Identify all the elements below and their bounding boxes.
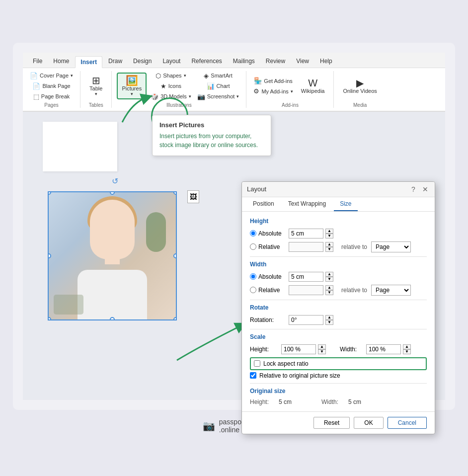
dialog-controls: ? ✕ [409, 185, 430, 194]
width-relative-to-select[interactable]: Page [371, 285, 411, 296]
cancel-button[interactable]: Cancel [388, 417, 427, 429]
height-spinner: ▲ ▼ [325, 229, 333, 238]
ribbon-tabs: File Home Insert Draw Design Layout Refe… [23, 53, 445, 68]
tables-items: ⊞ Table ▾ [85, 71, 106, 101]
scale-height-spin-up[interactable]: ▲ [318, 344, 326, 349]
chart-button[interactable]: 📊 Chart [195, 81, 241, 91]
screenshot-button[interactable]: 📷 Screenshot ▾ [195, 92, 241, 101]
tab-draw[interactable]: Draw [103, 56, 127, 68]
addins-label: Add-ins [282, 102, 299, 108]
height-rel-spinner: ▲ ▼ [325, 242, 333, 252]
tab-home[interactable]: Home [48, 56, 74, 68]
ok-button[interactable]: OK [354, 417, 383, 429]
rotate-handle[interactable]: ↺ [112, 176, 118, 186]
width-relative-row: Relative ▲ ▼ relative to Page [250, 285, 427, 296]
rotation-row: Rotation: ▲ ▼ [250, 315, 427, 325]
height-relative-input[interactable] [289, 242, 323, 252]
bg-plant [146, 212, 166, 252]
dialog-tab-size[interactable]: Size [334, 197, 357, 211]
rotation-spinner: ▲ ▼ [325, 315, 333, 325]
width-rel-spin-up[interactable]: ▲ [325, 285, 333, 290]
dialog-tab-position[interactable]: Position [247, 197, 280, 211]
dialog-tab-text-wrapping[interactable]: Text Wrapping [282, 197, 332, 211]
width-relative-radio[interactable] [250, 287, 256, 293]
height-absolute-radio[interactable] [250, 230, 256, 237]
reset-button[interactable]: Reset [313, 417, 350, 429]
tab-references[interactable]: References [186, 56, 227, 68]
tab-help[interactable]: Help [315, 56, 337, 68]
orig-width-label: Width: [321, 398, 338, 405]
width-absolute-radio[interactable] [250, 273, 256, 280]
insert-pictures-tooltip: Insert Pictures Insert pictures from you… [152, 115, 271, 156]
height-rel-spin-down[interactable]: ▼ [325, 247, 333, 252]
person-face [90, 200, 135, 259]
wikipedia-button[interactable]: W Wikipedia [297, 76, 329, 96]
rotate-section-label: Rotate [250, 304, 427, 311]
height-spin-down[interactable]: ▼ [325, 234, 333, 238]
lower-area: ↺ [23, 181, 445, 400]
document-page-stub [43, 122, 117, 171]
handle-mid-right[interactable] [173, 253, 177, 258]
pages-items: 📄 Cover Page ▾ 📄 Blank Page ⬚ Page Break [28, 71, 75, 101]
scale-width-spin-up[interactable]: ▲ [403, 344, 411, 349]
height-relative-to-select[interactable]: Page [371, 241, 411, 252]
width-relative-input[interactable] [289, 285, 323, 295]
height-relative-radio[interactable] [250, 243, 256, 250]
tab-design[interactable]: Design [128, 56, 156, 68]
tab-mailings[interactable]: Mailings [228, 56, 260, 68]
tab-layout[interactable]: Layout [157, 56, 185, 68]
height-absolute-input[interactable] [289, 229, 323, 238]
width-absolute-radio-label[interactable]: Absolute [250, 273, 285, 280]
width-spin-up[interactable]: ▲ [325, 272, 333, 277]
scale-height-spin-down[interactable]: ▼ [318, 349, 326, 354]
lock-aspect-ratio-checkbox[interactable] [254, 360, 260, 367]
height-relative-radio-label[interactable]: Relative [250, 243, 285, 250]
tab-insert[interactable]: Insert [75, 56, 102, 68]
illustrations-label: Illustrations [166, 102, 192, 108]
scale-width-spin-down[interactable]: ▼ [403, 349, 411, 354]
ribbon-group-media: ▶ Online Videos Media [339, 71, 386, 108]
scale-height-label: Height: [250, 346, 277, 353]
table-button[interactable]: ⊞ Table ▾ [85, 74, 106, 98]
rotation-spin-down[interactable]: ▼ [325, 320, 333, 325]
rotation-input[interactable] [289, 315, 323, 325]
divider-3 [250, 329, 427, 329]
ribbon-content: 📄 Cover Page ▾ 📄 Blank Page ⬚ Page Break [23, 68, 445, 111]
blank-page-button[interactable]: 📄 Blank Page [28, 81, 75, 91]
tab-file[interactable]: File [28, 56, 47, 68]
cover-page-button[interactable]: 📄 Cover Page ▾ [28, 71, 75, 80]
photo-frame [48, 191, 177, 320]
rotation-spin-up[interactable]: ▲ [325, 315, 333, 320]
height-spin-up[interactable]: ▲ [325, 229, 333, 234]
person-neck [105, 252, 120, 264]
tab-review[interactable]: Review [261, 56, 290, 68]
dialog-close-button[interactable]: ✕ [421, 185, 430, 194]
width-relative-radio-label[interactable]: Relative [250, 287, 285, 294]
scale-width-input[interactable] [366, 344, 401, 354]
dialog-help-button[interactable]: ? [409, 185, 418, 194]
picture-layout-icon[interactable]: 🖼 [187, 190, 199, 203]
handle-top-right[interactable] [173, 191, 177, 195]
handle-bottom-center[interactable] [110, 317, 115, 320]
height-rel-spin-up[interactable]: ▲ [325, 242, 333, 247]
height-absolute-radio-label[interactable]: Absolute [250, 230, 285, 237]
get-addins-button[interactable]: 🏪 Get Add-ins [251, 76, 295, 85]
height-relative-row: Relative ▲ ▼ relative to Page [250, 241, 427, 252]
page-break-button[interactable]: ⬚ Page Break [28, 92, 75, 101]
smartart-button[interactable]: ◈ SmartArt [195, 71, 241, 80]
tab-view[interactable]: View [291, 56, 314, 68]
width-spin-down[interactable]: ▼ [325, 277, 333, 282]
shapes-button[interactable]: ⬡ Shapes ▾ [149, 71, 193, 80]
width-rel-spinner: ▲ ▼ [325, 285, 333, 295]
online-videos-button[interactable]: ▶ Online Videos [339, 76, 381, 96]
relative-to-orig-checkbox[interactable] [250, 372, 256, 379]
scale-section-label: Scale [250, 333, 427, 340]
divider-4 [250, 383, 427, 384]
width-absolute-input[interactable] [289, 272, 323, 282]
relative-to-orig-label: Relative to original picture size [259, 372, 340, 379]
dialog-tabs: Position Text Wrapping Size [242, 197, 435, 212]
width-rel-spin-down[interactable]: ▼ [325, 290, 333, 295]
scale-height-input[interactable] [281, 344, 316, 354]
my-addins-button[interactable]: ⚙ My Add-ins ▾ [251, 86, 295, 96]
media-items: ▶ Online Videos [339, 71, 381, 101]
